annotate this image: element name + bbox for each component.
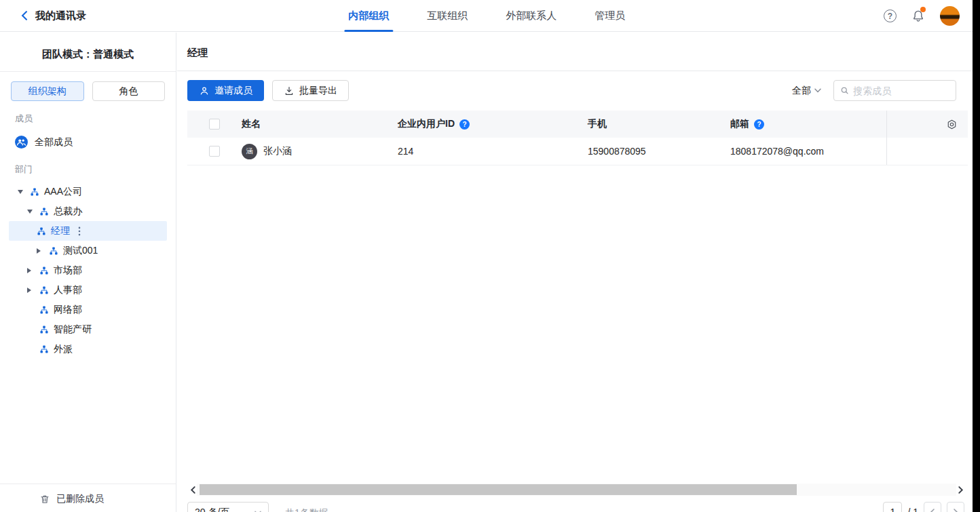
tab-external-contacts[interactable]: 外部联系人 [506,0,557,32]
expand-caret-icon[interactable] [18,190,30,194]
nav-tabs: 内部组织 互联组织 外部联系人 管理员 [329,0,644,32]
scrollbar-thumb[interactable] [200,484,797,495]
org-structure-button[interactable]: 组织架构 [11,81,84,101]
tree-item-label: 智能产研 [54,323,92,336]
tree-item-test001[interactable]: 测试001 [0,241,176,260]
back-button[interactable]: 我的通讯录 [20,9,86,22]
horizontal-scrollbar [189,484,964,496]
filter-dropdown[interactable]: 全部 [792,85,821,97]
row-operations [886,138,968,165]
member-table: 姓名 企业内用户ID ? 手机 邮箱 ? 涵 [187,111,968,165]
topbar: 我的通讯录 内部组织 互联组织 外部联系人 管理员 ? [0,0,980,32]
tree-item-dispatch[interactable]: 外派 [0,339,176,359]
email-help-icon[interactable]: ? [754,119,764,130]
tree-item-label: 总裁办 [54,205,82,218]
member-search[interactable] [833,80,956,101]
header-user-id: 企业内用户ID ? [398,118,588,130]
pagination-bar: 20 条/页 共1条数据 1 / 1 [187,502,964,512]
next-page-button[interactable] [947,502,964,512]
topbar-actions: ? [884,0,960,32]
back-chevron-icon [20,11,29,20]
deleted-members-label: 已删除成员 [56,493,104,505]
department-icon [39,285,49,295]
department-icon [39,207,49,216]
tree-item-ai-rd[interactable]: 智能产研 [0,319,176,339]
expand-caret-icon[interactable] [27,288,39,293]
total-count-label: 共1条数据 [285,507,328,512]
member-avatar: 涵 [242,144,257,159]
prev-page-button[interactable] [924,502,941,512]
view-switch: 组织架构 角色 [11,81,165,101]
active-tab-underline [344,30,393,32]
sidebar-bottom: 已删除成员 [0,484,176,512]
deleted-members-item[interactable]: 已删除成员 [0,484,176,512]
role-button[interactable]: 角色 [92,81,166,101]
tree-item-aaa-company[interactable]: AAA公司 [0,182,176,201]
tree-item-presidents-office[interactable]: 总裁办 [0,201,176,221]
department-icon [39,325,49,334]
notification-dot [920,7,926,12]
tab-internal-org[interactable]: 内部组织 [348,0,389,32]
header-select-cell [187,111,242,138]
department-icon [39,305,49,315]
content-title: 经理 [177,33,973,60]
scrollbar-track[interactable] [197,484,956,496]
department-icon [37,227,46,236]
tab-connected-org[interactable]: 互联组织 [427,0,468,32]
all-members-icon [15,136,28,149]
current-page-box[interactable]: 1 [883,502,902,512]
all-members-label: 全部成员 [35,136,73,149]
all-members-item[interactable]: 全部成员 [0,132,176,152]
table-row[interactable]: 涵 张小涵 214 15900878095 1808172078@qq.com [187,138,968,165]
expand-caret-icon[interactable] [27,210,39,214]
row-phone: 15900878095 [588,146,730,157]
user-id-help-icon[interactable]: ? [459,119,470,130]
tab-admins[interactable]: 管理员 [595,0,625,32]
more-actions-icon[interactable] [78,227,81,236]
screen-edge-black-strip [973,0,980,512]
header-phone: 手机 [588,118,730,130]
row-user-id: 214 [398,146,588,157]
member-name: 张小涵 [263,145,292,157]
row-email: 1808172078@qq.com [730,146,886,157]
row-select-cell [187,138,242,165]
invite-member-button[interactable]: 邀请成员 [187,80,264,101]
members-section-label: 成员 [15,113,176,125]
tree-item-manager-selected[interactable]: 经理 [9,221,167,241]
page-title: 我的通讯录 [35,9,86,22]
scroll-right-arrow[interactable] [956,484,964,496]
expand-caret-icon[interactable] [37,248,49,254]
tree-item-hr[interactable]: 人事部 [0,280,176,300]
toolbar: 邀请成员 批量导出 全部 [187,80,962,101]
tree-item-label: 外派 [54,343,73,355]
deleted-members-icon [39,494,50,505]
scroll-left-arrow[interactable] [189,484,197,496]
tree-item-network[interactable]: 网络部 [0,300,176,319]
department-icon [39,266,49,275]
main-panel: 经理 邀请成员 批量导出 全部 [177,33,973,512]
department-tree: AAA公司 总裁办 经理 [0,182,176,359]
user-avatar[interactable] [940,6,960,26]
department-icon [49,246,58,256]
search-icon [840,85,849,96]
help-icon[interactable]: ? [884,9,897,22]
page-of-label: / 1 [907,507,918,512]
tree-item-label: 人事部 [54,284,82,296]
batch-export-button[interactable]: 批量导出 [272,80,349,101]
row-checkbox[interactable] [209,146,220,157]
tree-item-marketing[interactable]: 市场部 [0,260,176,280]
expand-caret-icon[interactable] [27,268,39,273]
search-input[interactable] [853,85,949,96]
page-size-select[interactable]: 20 条/页 [187,502,269,512]
department-icon [30,187,39,197]
header-operations [886,111,968,138]
tree-item-label: AAA公司 [44,186,82,198]
notification-bell-icon[interactable] [911,9,925,23]
column-settings-gear-icon[interactable] [946,119,958,130]
header-email: 邮箱 ? [730,118,886,130]
tree-item-label: 市场部 [54,264,82,277]
select-all-checkbox[interactable] [209,119,220,130]
departments-section-label: 部门 [15,163,176,176]
download-icon [284,85,295,96]
department-icon [39,344,49,354]
